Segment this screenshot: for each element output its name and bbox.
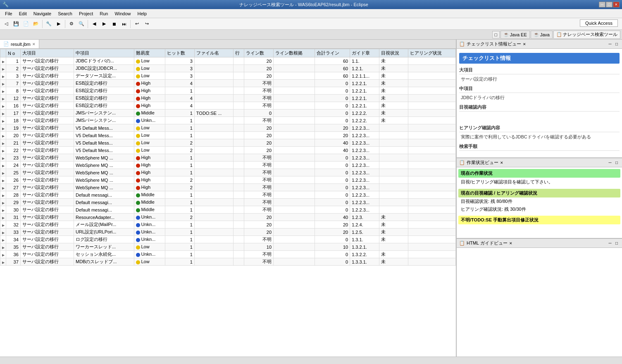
- perspective-tab-knowledge[interactable]: 📋 ナレッジベース検索ツール: [553, 31, 620, 39]
- expand-icon[interactable]: ▶: [2, 75, 5, 79]
- table-row[interactable]: ▶30サーバ設定の移行Default messagi...Middle1不明01…: [0, 206, 456, 214]
- status-minimize-btn[interactable]: ─: [607, 160, 613, 166]
- table-row[interactable]: ▶17サーバ設定の移行JMSパーシステン...Middle1TODO:SE ..…: [0, 109, 456, 117]
- col-header-visual[interactable]: 目視状況: [379, 49, 408, 57]
- expand-icon[interactable]: ▶: [2, 231, 5, 235]
- table-row[interactable]: ▶35サーバ設定の移行ワーカースレッド...Low110101.3.2.1.: [0, 243, 456, 251]
- toolbar-btn-10[interactable]: ▶: [100, 19, 109, 29]
- menu-file[interactable]: File: [2, 10, 16, 17]
- html-minimize-btn[interactable]: ─: [607, 240, 613, 246]
- expand-icon[interactable]: ▶: [2, 67, 5, 71]
- table-row[interactable]: ▶32サーバ設定の移行メール設定(MailPr...Unkn...120201.…: [0, 221, 456, 228]
- table-row[interactable]: ▶36サーバ設定の移行セッション永続化...Unkn...1不明01.3.2.2…: [0, 251, 456, 258]
- data-table-container[interactable]: N o 大項目 中項目 難易度 ヒット数 ファイル名 行 ライン数 ライン数根拠…: [0, 49, 456, 357]
- quick-access-button[interactable]: Quick Access: [580, 19, 618, 27]
- expand-icon[interactable]: ▶: [2, 164, 5, 168]
- table-row[interactable]: ▶27サーバ設定の移行WebSphere MQ ...High2不明01.2.2…: [0, 184, 456, 191]
- table-row[interactable]: ▶12サーバ設定の移行ESB設定の移行High4不明01.2.2.1.未: [0, 95, 456, 102]
- perspective-open-btn[interactable]: □: [492, 31, 500, 38]
- checklist-minimize-btn[interactable]: ─: [607, 41, 613, 47]
- toolbar-btn-6[interactable]: ▶: [54, 19, 63, 29]
- table-row[interactable]: ▶28サーバ設定の移行Default messagi...Middle1不明01…: [0, 191, 456, 199]
- table-row[interactable]: ▶1サーバ設定の移行JDBCドライバの...Low320601.1.未: [0, 57, 456, 65]
- toolbar-btn-5[interactable]: 🔧: [44, 19, 53, 29]
- menu-edit[interactable]: Edit: [16, 10, 30, 17]
- expand-icon[interactable]: ▶: [2, 134, 5, 138]
- table-row[interactable]: ▶33サーバ設定の移行URL設定(URLPori...Unkn...120201…: [0, 228, 456, 236]
- toolbar-btn-7[interactable]: ⚙: [67, 19, 76, 29]
- table-row[interactable]: ▶19サーバ設定の移行V5 Default Mess...Low120201.2…: [0, 124, 456, 132]
- col-header-linecount[interactable]: ライン数: [244, 49, 274, 57]
- toolbar-btn-9[interactable]: ◀: [90, 19, 99, 29]
- toolbar-btn-1[interactable]: ◁: [2, 19, 11, 29]
- menu-run[interactable]: Run: [96, 10, 111, 17]
- expand-icon[interactable]: ▶: [2, 82, 5, 86]
- col-header-major[interactable]: 大項目: [20, 49, 74, 57]
- expand-icon[interactable]: ▶: [2, 179, 5, 183]
- expand-icon[interactable]: ▶: [2, 238, 5, 242]
- expand-icon[interactable]: ▶: [2, 201, 5, 205]
- table-row[interactable]: ▶24サーバ設定の移行WebSphere MQ ...High1不明01.2.2…: [0, 162, 456, 169]
- table-row[interactable]: ▶25サーバ設定の移行WebSphere MQ ...High1不明01.2.2…: [0, 169, 456, 176]
- table-row[interactable]: ▶31サーバ設定の移行ResourceAdapter...Unkn...2204…: [0, 214, 456, 221]
- expand-icon[interactable]: ▶: [2, 60, 5, 64]
- expand-icon[interactable]: ▶: [2, 142, 5, 145]
- expand-icon[interactable]: ▶: [2, 105, 5, 108]
- table-row[interactable]: ▶21サーバ設定の移行V5 Default Mess...Low220401.2…: [0, 139, 456, 147]
- toolbar-btn-11[interactable]: ⏹: [110, 19, 119, 29]
- table-row[interactable]: ▶29サーバ設定の移行Default messagi...Middle1不明01…: [0, 199, 456, 206]
- expand-icon[interactable]: ▶: [2, 119, 5, 123]
- checklist-maximize-btn[interactable]: □: [614, 41, 620, 47]
- toolbar-btn-8[interactable]: 🔍: [77, 19, 86, 29]
- editor-tab-result[interactable]: 📄 result.jbm ✕: [0, 40, 39, 48]
- col-header-linebasis[interactable]: ライン数根拠: [274, 49, 315, 57]
- col-header-difficulty[interactable]: 難易度: [134, 49, 165, 57]
- toolbar-btn-3[interactable]: 📄: [21, 19, 31, 29]
- table-row[interactable]: ▶23サーバ設定の移行WebSphere MQ ...High1不明01.2.2…: [0, 154, 456, 162]
- menu-help[interactable]: Help: [134, 10, 150, 17]
- table-row[interactable]: ▶34サーバ設定の移行ログ設定の移行Unkn...1不明01.3.1.未: [0, 236, 456, 243]
- table-row[interactable]: ▶37サーバ設定の移行MDBのスレッドブ...Low1不明01.3.3.1.未: [0, 258, 456, 266]
- toolbar-btn-14[interactable]: ↪: [142, 19, 151, 29]
- table-row[interactable]: ▶8サーバ設定の移行ESB設定の移行High1不明01.2.2.1.未: [0, 87, 456, 95]
- expand-icon[interactable]: ▶: [2, 112, 5, 116]
- table-row[interactable]: ▶22サーバ設定の移行V5 Default Mess...Low220401.2…: [0, 147, 456, 154]
- col-header-guide[interactable]: ガイド章: [350, 49, 379, 57]
- col-header-hits[interactable]: ヒット数: [165, 49, 195, 57]
- expand-icon[interactable]: ▶: [2, 261, 5, 264]
- expand-icon[interactable]: ▶: [2, 97, 5, 101]
- expand-icon[interactable]: ▶: [2, 149, 5, 153]
- col-header-hearing[interactable]: ヒアリング状況: [408, 49, 456, 57]
- col-header-totalline[interactable]: 合計ライン: [315, 49, 350, 57]
- table-row[interactable]: ▶7サーバ設定の移行ESB設定の移行High4不明01.2.2.1.未: [0, 80, 456, 87]
- expand-icon[interactable]: ▶: [2, 157, 5, 160]
- expand-icon[interactable]: ▶: [2, 186, 5, 190]
- menu-window[interactable]: Window: [111, 10, 134, 17]
- expand-icon[interactable]: ▶: [2, 127, 5, 131]
- maximize-button[interactable]: □: [606, 2, 612, 7]
- html-maximize-btn[interactable]: □: [614, 240, 620, 246]
- col-header-minor[interactable]: 中項目: [74, 49, 134, 57]
- close-button[interactable]: ✕: [613, 2, 620, 7]
- toolbar-btn-13[interactable]: ↩: [132, 19, 141, 29]
- result-tab-close[interactable]: ✕: [32, 42, 36, 46]
- menu-project[interactable]: Project: [76, 10, 96, 17]
- expand-icon[interactable]: ▶: [2, 171, 5, 175]
- expand-icon[interactable]: ▶: [2, 194, 5, 197]
- toolbar-btn-12[interactable]: ⏭: [119, 19, 129, 29]
- table-row[interactable]: ▶2サーバ設定の移行JDBC設定(JDBCR...Low320601.2.1.未: [0, 65, 456, 72]
- col-header-filename[interactable]: ファイル名: [194, 49, 233, 57]
- col-header-no[interactable]: N o: [6, 49, 21, 57]
- expand-icon[interactable]: ▶: [2, 246, 5, 250]
- perspective-tab-java[interactable]: ☕ Java: [531, 31, 553, 39]
- table-row[interactable]: ▶18サーバ設定の移行JMSパーシステン...Unkn...1不明01.2.2.…: [0, 117, 456, 124]
- toolbar-btn-4[interactable]: 📂: [31, 19, 41, 29]
- table-row[interactable]: ▶20サーバ設定の移行V5 Default Mess...Low120201.2…: [0, 132, 456, 139]
- expand-icon[interactable]: ▶: [2, 216, 5, 220]
- minimize-button[interactable]: ─: [599, 2, 605, 7]
- expand-icon[interactable]: ▶: [2, 209, 5, 212]
- perspective-tab-javaee[interactable]: ☕ Java EE: [500, 31, 530, 39]
- expand-icon[interactable]: ▶: [2, 224, 5, 227]
- table-row[interactable]: ▶3サーバ設定の移行データソース設定...Low320601.2.1.1...未: [0, 72, 456, 80]
- menu-navigate[interactable]: Navigate: [30, 10, 55, 17]
